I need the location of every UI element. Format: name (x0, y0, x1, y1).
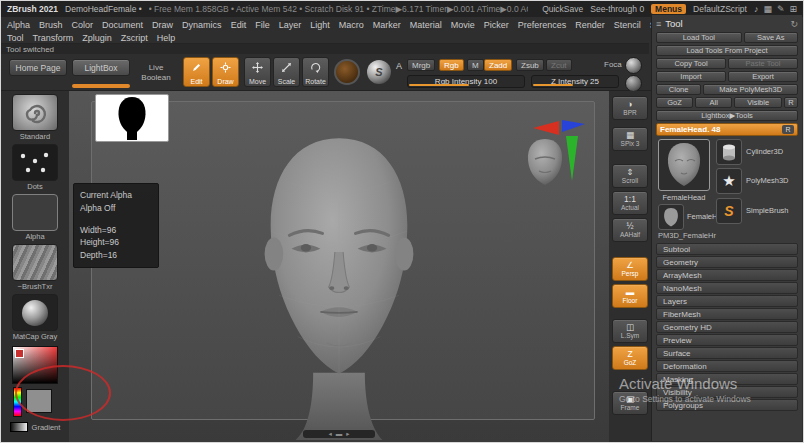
subpalette-row[interactable]: FiberMesh (656, 308, 798, 320)
right-shelf-button[interactable]: ▣ Frame (612, 391, 648, 415)
goz-r-button[interactable]: R (784, 97, 798, 108)
reset-icon[interactable]: ↻ (790, 19, 798, 29)
move-button[interactable]: Move (244, 57, 271, 87)
brush-selector[interactable]: Standard (12, 94, 58, 141)
menu-item[interactable]: File (255, 20, 270, 30)
import-button[interactable]: Import (656, 71, 726, 82)
right-shelf-button[interactable]: ⇕ Scroll (612, 164, 648, 188)
curve-circle-icon[interactable] (625, 75, 642, 92)
copy-tool-button[interactable]: Copy Tool (656, 58, 726, 69)
active-tool-header[interactable]: FemaleHead. 48 R (656, 123, 798, 136)
right-shelf-button[interactable]: ½ AAHalf (612, 218, 648, 242)
subpalette-row[interactable]: Preview (656, 334, 798, 346)
see-through-slider[interactable]: See-through 0 (590, 4, 644, 14)
right-shelf-button[interactable]: 1:1 Actual (612, 191, 648, 215)
quicksave-button[interactable]: QuickSave (542, 4, 583, 14)
save-as-button[interactable]: Save As (744, 32, 798, 43)
alpha-preview-thumbnail[interactable] (95, 94, 169, 142)
color-picker[interactable] (9, 346, 61, 417)
scroll-right-icon[interactable]: ▸ (346, 431, 349, 438)
rotate-button[interactable]: Rotate (302, 57, 329, 87)
paste-tool-button[interactable]: Paste Tool (728, 58, 798, 69)
menu-item[interactable]: Zscript (121, 33, 148, 43)
right-shelf-button[interactable]: Z GoZ (612, 346, 648, 370)
subpalette-row[interactable]: Layers (656, 295, 798, 307)
simplebrush-thumbnail[interactable]: S (716, 198, 742, 224)
menu-item[interactable]: Picker (484, 20, 509, 30)
sound-icon[interactable]: ♪ (754, 4, 759, 14)
texture-selector[interactable]: ~BrushTxr (12, 244, 58, 291)
restore-button[interactable]: R (782, 125, 794, 134)
menu-item[interactable]: Alpha (7, 20, 30, 30)
hue-bar[interactable] (13, 387, 22, 417)
subpalette-row[interactable]: ArrayMesh (656, 269, 798, 281)
lightbox-drag-bar[interactable] (72, 84, 130, 88)
menu-item[interactable]: Stencil (614, 20, 641, 30)
menu-item[interactable]: Transform (33, 33, 74, 43)
subpalette-row[interactable]: Geometry HD (656, 321, 798, 333)
gradient-selector[interactable]: Gradient (10, 422, 61, 432)
subpalette-row[interactable]: Deformation (656, 360, 798, 372)
scale-button[interactable]: Scale (273, 57, 300, 87)
z-intensity-slider[interactable]: Z Intensity 25 (531, 75, 619, 88)
grid-icon[interactable]: ▦ (763, 4, 772, 14)
menu-item[interactable]: Color (72, 20, 94, 30)
menu-item[interactable]: Draw (152, 20, 173, 30)
right-shelf-button[interactable]: ◫ L.Sym (612, 319, 648, 343)
stroke-selector[interactable]: Dots (12, 144, 58, 191)
window-icon[interactable]: ⊞ (789, 4, 797, 14)
menu-item[interactable]: Movie (451, 20, 475, 30)
polymesh3d-thumbnail[interactable]: ★ (716, 168, 742, 194)
live-boolean-toggle[interactable]: Live Boolean (137, 63, 175, 83)
menu-item[interactable]: Macro (339, 20, 364, 30)
menu-item[interactable]: Document (102, 20, 143, 30)
subpalette-row[interactable]: Surface (656, 347, 798, 359)
m-button[interactable]: M (467, 59, 484, 71)
goz-visible-button[interactable]: Visible (734, 97, 782, 108)
right-shelf-button[interactable]: ▬ Floor (612, 284, 648, 308)
saturation-value-square[interactable] (12, 346, 58, 384)
alpha-selector[interactable]: Alpha (12, 194, 58, 241)
menu-item[interactable]: Marker (373, 20, 401, 30)
goz-button[interactable]: GoZ (656, 97, 693, 108)
export-button[interactable]: Export (728, 71, 798, 82)
menu-item[interactable]: Brush (39, 20, 63, 30)
femalehead-small-thumbnail[interactable] (658, 204, 684, 230)
active-tool-thumbnail[interactable] (658, 139, 710, 191)
menu-item[interactable]: Light (310, 20, 330, 30)
menu-icon[interactable]: ≡ (656, 19, 661, 29)
right-shelf-button[interactable]: ◑ BPR (612, 96, 648, 120)
load-tools-from-project-button[interactable]: Load Tools From Project (656, 45, 798, 56)
subpalette-row[interactable]: Geometry (656, 256, 798, 268)
menus-button[interactable]: Menus (651, 4, 686, 14)
stroke-circle-icon[interactable] (625, 57, 642, 74)
right-shelf-button[interactable]: ▦ SPix 3 (612, 127, 648, 151)
subpalette-row[interactable]: Polygroups (656, 399, 798, 411)
scroll-handle[interactable]: ▬ (336, 431, 343, 438)
rgb-intensity-slider[interactable]: Rgb Intensity 100 (407, 75, 525, 88)
clone-button[interactable]: Clone (656, 84, 701, 95)
camera-orientation-gizmo[interactable] (519, 115, 589, 199)
goz-all-button[interactable]: All (695, 97, 732, 108)
menu-item[interactable]: Edit (231, 20, 247, 30)
zsub-button[interactable]: Zsub (516, 59, 544, 71)
right-shelf-button[interactable]: ∠ Persp (612, 257, 648, 281)
cylinder3d-thumbnail[interactable] (716, 139, 742, 165)
draw-button[interactable]: Draw (212, 57, 239, 87)
lightbox-tools-button[interactable]: Lightbox▶Tools (656, 110, 798, 121)
menu-item[interactable]: Dynamics (182, 20, 222, 30)
pm3d-tool-name[interactable]: PM3D_FemaleHr (658, 231, 716, 240)
material-selector[interactable]: MatCap Gray (12, 294, 58, 341)
zadd-button[interactable]: Zadd (484, 59, 512, 71)
sculpt-head-model[interactable] (225, 130, 453, 440)
lightbox-button[interactable]: LightBox (72, 59, 130, 76)
pencil-icon[interactable]: ✎ (777, 4, 785, 14)
rgb-button[interactable]: Rgb (439, 59, 464, 71)
menu-item[interactable]: Layer (279, 20, 302, 30)
menu-item[interactable]: Preferences (518, 20, 567, 30)
subpalette-row[interactable]: Visibility (656, 386, 798, 398)
home-page-button[interactable]: Home Page (9, 59, 67, 76)
scroll-left-icon[interactable]: ◂ (328, 431, 331, 438)
default-zscript-button[interactable]: DefaultZScript (693, 4, 747, 14)
subpalette-row[interactable]: Masking (656, 373, 798, 385)
